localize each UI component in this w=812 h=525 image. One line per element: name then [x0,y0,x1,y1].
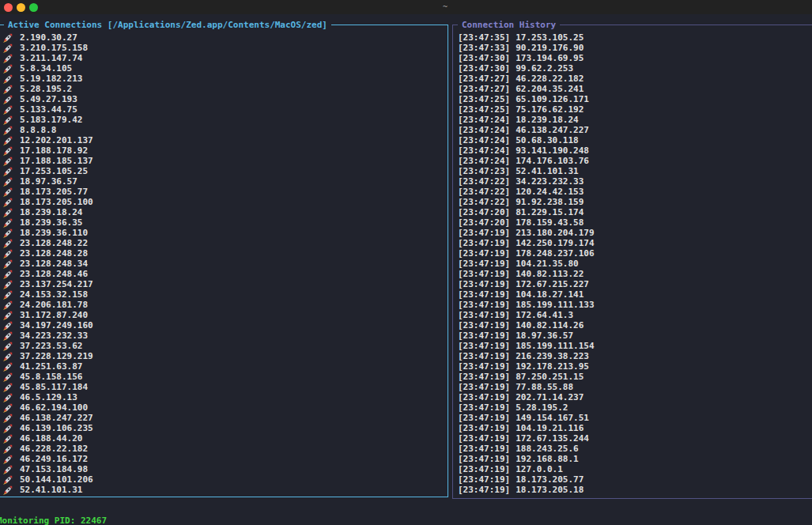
connection-row: 23.137.254.217 [0,279,448,289]
connection-ip: 5.8.34.105 [20,63,72,74]
connection-ip: 34.223.232.33 [20,330,88,341]
minimize-window-button[interactable] [17,3,25,12]
history-row: [23:47:27] 46.228.22.182 [453,74,812,84]
connection-ip: 23.128.248.28 [20,248,88,259]
history-ip: 213.180.204.179 [516,228,594,238]
history-row: [23:47:19] 192.178.213.95 [453,361,812,372]
rocket-icon [3,352,13,361]
history-row: [23:47:19] 178.248.237.106 [453,248,812,259]
history-ip: 52.41.101.31 [516,166,578,176]
history-ip: 5.28.195.2 [516,402,568,413]
history-row: [23:47:19] 104.18.27.141 [453,289,812,300]
history-ip: 62.204.35.241 [516,84,584,94]
history-row: [23:47:19] 185.199.111.154 [453,341,812,351]
history-ip: 90.219.176.90 [516,43,584,53]
terminal-content: Active Connections [/Applications/Zed.ap… [0,14,812,525]
connection-ip: 31.172.87.240 [20,310,88,320]
rocket-icon [3,362,13,372]
history-ip: 50.68.30.118 [516,135,578,145]
connection-ip: 23.128.248.46 [20,269,88,279]
rocket-icon [3,54,13,63]
connection-ip: 17.188.185.137 [20,156,93,166]
history-timestamp: [23:47:24] [458,156,510,166]
history-ip: 172.64.41.3 [516,310,573,320]
connection-row: 46.138.247.227 [0,413,448,423]
history-timestamp: [23:47:27] [458,74,510,84]
history-ip: 185.199.111.154 [516,341,594,351]
connection-ip: 18.239.18.24 [20,207,82,217]
history-ip: 18.173.205.18 [516,485,584,495]
history-ip: 192.168.88.1 [516,454,578,464]
history-row: [23:47:19] 149.154.167.51 [453,413,812,423]
history-timestamp: [23:47:24] [458,135,510,145]
connection-ip: 46.5.129.13 [20,392,77,402]
connection-row: 5.28.195.2 [0,84,448,94]
history-timestamp: [23:47:19] [458,402,510,413]
connection-row: 17.188.185.137 [0,156,448,166]
history-timestamp: [23:47:25] [458,94,510,104]
connection-row: 17.188.178.92 [0,145,448,156]
history-timestamp: [23:47:19] [458,289,510,300]
connection-row: 18.239.36.35 [0,217,448,228]
connection-ip: 12.202.201.137 [20,135,93,145]
history-ip: 104.18.27.141 [516,289,584,300]
connection-row: 2.190.30.27 [0,32,448,43]
history-row: [23:47:24] 18.239.18.24 [453,115,812,125]
history-row: [23:47:19] 202.71.14.237 [453,392,812,402]
history-row: [23:47:19] 188.243.25.6 [453,444,812,454]
active-connections-list: 2.190.30.27 3.210.175.158 3.211.147.74 [0,26,448,496]
zoom-window-button[interactable] [29,3,38,12]
rocket-icon [3,218,13,228]
history-timestamp: [23:47:19] [458,320,510,330]
rocket-icon [3,208,13,217]
history-ip: 46.228.22.182 [516,74,584,84]
connection-ip: 18.97.36.57 [20,176,77,187]
history-row: [23:47:19] 87.250.251.15 [453,372,812,382]
rocket-icon [3,249,13,259]
history-timestamp: [23:47:19] [458,444,510,454]
connection-row: 18.239.36.110 [0,228,448,238]
connection-row: 23.128.248.28 [0,248,448,259]
history-timestamp: [23:47:19] [458,310,510,320]
history-timestamp: [23:47:30] [458,63,510,74]
connection-ip: 5.49.27.193 [20,94,77,104]
rocket-icon [3,475,13,485]
history-ip: 172.67.135.244 [516,433,589,444]
history-row: [23:47:19] 140.82.114.26 [453,320,812,330]
history-timestamp: [23:47:22] [458,176,510,187]
close-window-button[interactable] [4,3,13,12]
terminal-window: ~ Active Connections [/Applications/Zed.… [0,0,812,525]
connection-row: 31.172.87.240 [0,310,448,320]
history-timestamp: [23:47:20] [458,207,510,217]
connection-ip: 37.223.53.62 [20,341,82,351]
history-ip: 178.248.237.106 [516,248,594,259]
history-ip: 18.97.36.57 [516,330,573,341]
connection-row: 17.253.105.25 [0,166,448,176]
history-timestamp: [23:47:19] [458,423,510,433]
history-timestamp: [23:47:19] [458,454,510,464]
history-row: [23:47:19] 18.97.36.57 [453,330,812,341]
connection-row: 8.8.8.8 [0,125,448,135]
connection-ip: 3.211.147.74 [20,53,82,63]
history-row: [23:47:19] 77.88.55.88 [453,382,812,392]
rocket-icon [3,383,13,392]
connection-row: 52.41.101.31 [0,485,448,495]
history-ip: 192.178.213.95 [516,361,589,372]
history-row: [23:47:24] 50.68.30.118 [453,135,812,145]
history-ip: 99.62.2.253 [516,63,573,74]
connection-row: 46.188.44.20 [0,433,448,444]
connection-ip: 17.188.178.92 [20,145,88,156]
rocket-icon [3,270,13,279]
rocket-icon [3,414,13,423]
history-timestamp: [23:47:19] [458,392,510,402]
rocket-icon [3,187,13,197]
connection-ip: 23.128.248.34 [20,259,88,269]
connection-row: 5.49.27.193 [0,94,448,104]
connection-row: 34.197.249.160 [0,320,448,330]
connection-row: 46.249.16.172 [0,454,448,464]
history-row: [23:47:19] 104.21.35.80 [453,259,812,269]
rocket-icon [3,300,13,310]
history-timestamp: [23:47:24] [458,145,510,156]
history-ip: 142.250.179.174 [516,238,594,248]
history-timestamp: [23:47:19] [458,238,510,248]
